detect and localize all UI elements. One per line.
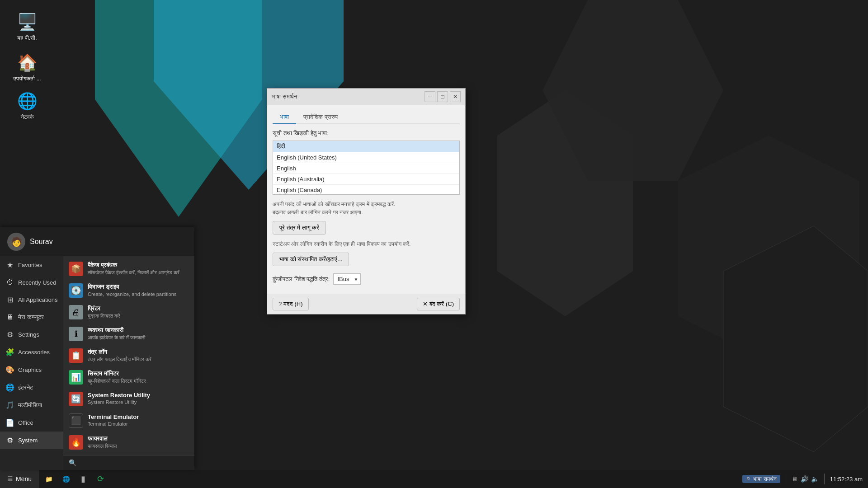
desktop-icon-user[interactable]: 🏠 उपयोगकर्ता ...: [9, 50, 45, 84]
sidebar-item-office[interactable]: 📄 Office: [0, 414, 63, 432]
sidebar-item-internet[interactable]: 🌐 इंटरनेट: [0, 379, 63, 396]
app-name: सिस्टम मॉनिटर: [88, 370, 146, 377]
sidebar-item-settings[interactable]: ⚙ Settings: [0, 326, 63, 343]
keyboard-label: कुंजीपटल निवेश पद्धति तंत्र:: [273, 276, 330, 283]
sidebar-item-accessories[interactable]: 🧩 Accessories: [0, 343, 63, 361]
taskbar-right: 🏳 भाषा समर्थन 🖥 🔊 🔈 11:52:23 am: [742, 474, 868, 484]
app-desc: Terminal Emulator: [88, 421, 139, 427]
list-item[interactable]: 🔥 फायरवाल फायरवाल विन्यास: [63, 432, 194, 453]
start-menu-body: ★ Favorites ⏱ Recently Used ⊞ All Applic…: [0, 256, 194, 470]
internet-icon: 🌐: [5, 383, 14, 392]
browser-icon: 🌐: [62, 476, 70, 483]
keyboard-select-wrapper: IBus: [333, 273, 361, 285]
sidebar-item-multimedia[interactable]: 🎵 मल्टीमीडिया: [0, 396, 63, 414]
taskbar-time-divider: [824, 474, 825, 484]
list-item[interactable]: ℹ व्यवस्था जानकारी आपके हार्डवेयर के बार…: [63, 323, 194, 345]
list-item[interactable]: 📋 तंत्र लॉग तंत्र लॉग फाइल दिखाएँ व मॉनि…: [63, 345, 194, 366]
svg-marker-1: [95, 0, 262, 217]
lang-item-english-au[interactable]: English (Australia): [273, 174, 459, 185]
app-info: System Restore Utility System Restore Ut…: [88, 392, 150, 405]
app-desc: आपके हार्डवेयर के बारे में जानकारी: [88, 335, 145, 341]
files-icon: 📁: [45, 476, 53, 483]
tab-language[interactable]: भाषा: [273, 111, 296, 124]
app-name: प्रिंटर: [88, 305, 120, 312]
sidebar-item-favorites-label: Favorites: [18, 262, 42, 268]
maximize-button[interactable]: □: [437, 91, 448, 102]
lang-label: भाषा समर्थन: [753, 476, 776, 482]
minimize-button[interactable]: ─: [425, 91, 435, 102]
svg-marker-6: [723, 226, 868, 452]
sound-tray-icon[interactable]: 🔊: [801, 475, 808, 483]
lang-item-hindi[interactable]: हिंदी: [273, 141, 459, 152]
language-list[interactable]: हिंदी English (United States) English En…: [273, 141, 460, 195]
package-manager-icon: 📦: [69, 262, 83, 276]
apply-all-button[interactable]: पूरे तंत्र में लागू करें: [273, 221, 326, 235]
app-info: पैकेज प्रबंधक सॉफ्टवेयर पैकेज इंस्टॉल कर…: [88, 262, 179, 276]
sidebar-item-favorites[interactable]: ★ Favorites: [0, 256, 63, 274]
install-remove-button[interactable]: भाषा को संस्थापित करें/हटाएं...: [273, 253, 349, 266]
taskbar: ☰ Menu 📁 🌐 ▮ ⟳ 🏳 भाषा समर्थन: [0, 470, 868, 488]
list-item[interactable]: 🖨 प्रिंटर मुद्रक विन्यस्त करें: [63, 301, 194, 323]
list-item[interactable]: 📦 पैकेज प्रबंधक सॉफ्टवेयर पैकेज इंस्टॉल …: [63, 258, 194, 280]
sidebar-item-accessories-label: Accessories: [18, 349, 50, 356]
close-button[interactable]: ✕: [450, 91, 461, 102]
desktop-icon-this-pc[interactable]: 🖥️ यह पी.सी.: [9, 9, 45, 43]
lang-item-english-us[interactable]: English (United States): [273, 152, 459, 163]
system-tray: 🖥 🔊 🔈: [792, 475, 819, 483]
lang-indicator[interactable]: 🏳 भाषा समर्थन: [742, 475, 780, 483]
desktop-icon-network[interactable]: 🌐 नेटवर्क: [9, 88, 45, 122]
system-info-icon: ℹ: [69, 327, 83, 341]
dialog-footer: ? मदद (H) ✕ बंद करें (C): [267, 294, 465, 314]
sidebar-item-my-computer[interactable]: 🖥 मेरा कम्प्यूटर: [0, 309, 63, 326]
taskbar-browser-btn[interactable]: 🌐: [58, 471, 74, 487]
this-pc-icon: 🖥️: [16, 11, 38, 33]
tab-regional[interactable]: प्रादेशिक प्रारुप: [296, 111, 345, 124]
settings-icon: ⚙: [5, 330, 14, 339]
app-desc: Create, reorganize, and delete partition…: [88, 291, 176, 297]
app-info: सिस्टम मॉनिटर बहु-विशेषताओं वाला सिस्टम …: [88, 370, 146, 384]
list-item[interactable]: 📊 सिस्टम मॉनिटर बहु-विशेषताओं वाला सिस्ट…: [63, 366, 194, 388]
network-tray-icon[interactable]: 🖥: [792, 475, 798, 483]
app-info: तंत्र लॉग तंत्र लॉग फाइल दिखाएँ व मॉनिटर…: [88, 348, 151, 362]
app-name: फायरवाल: [88, 435, 117, 442]
app-list: 📦 पैकेज प्रबंधक सॉफ्टवेयर पैकेज इंस्टॉल …: [63, 256, 194, 455]
list-item[interactable]: ⬛ Terminal Emulator Terminal Emulator: [63, 410, 194, 432]
taskbar-update-btn[interactable]: ⟳: [92, 471, 108, 487]
sidebar-item-recently-used[interactable]: ⏱ Recently Used: [0, 274, 63, 291]
taskbar-files-btn[interactable]: 📁: [41, 471, 57, 487]
search-input[interactable]: [79, 459, 189, 466]
sidebar-item-my-computer-label: मेरा कम्प्यूटर: [18, 314, 44, 321]
list-item[interactable]: 💽 विभाजन ड्राइव Create, reorganize, and …: [63, 280, 194, 301]
sidebar-item-internet-label: इंटरनेट: [18, 384, 33, 391]
sidebar-item-all-applications[interactable]: ⊞ All Applications: [0, 291, 63, 309]
lang-item-english[interactable]: English: [273, 163, 459, 174]
lang-item-english-ca[interactable]: English (Canada): [273, 185, 459, 195]
start-menu: 🧑 Sourav ★ Favorites ⏱ Recently Used ⊞ A…: [0, 227, 194, 470]
list-item[interactable]: 🔄 System Restore Utility System Restore …: [63, 388, 194, 410]
dialog-controls: ─ □ ✕: [425, 91, 461, 102]
app-info: फायरवाल फायरवाल विन्यास: [88, 435, 117, 449]
taskbar-terminal-btn[interactable]: ▮: [75, 471, 91, 487]
dialog-body: भाषा प्रादेशिक प्रारुप सूची तथा खिड़की ह…: [267, 105, 465, 294]
svg-marker-3: [497, 90, 633, 316]
keyboard-select[interactable]: IBus: [333, 273, 361, 285]
section-label: सूची तथा खिड़की हेतु भाषा:: [273, 130, 460, 137]
close-dialog-button[interactable]: ✕ बंद करें (C): [417, 298, 460, 310]
help-button[interactable]: ? मदद (H): [273, 298, 309, 310]
user-folder-icon: 🏠: [16, 52, 38, 74]
sidebar-item-graphics[interactable]: 🎨 Graphics: [0, 361, 63, 379]
app-desc: तंत्र लॉग फाइल दिखाएँ व मॉनिटर करें: [88, 357, 151, 362]
svg-marker-5: [678, 136, 859, 361]
app-info: प्रिंटर मुद्रक विन्यस्त करें: [88, 305, 120, 319]
language-support-dialog: भाषा समर्थन ─ □ ✕ भाषा प्रादेशिक प्रारुप…: [267, 88, 466, 314]
app-desc: फायरवाल विन्यास: [88, 443, 117, 449]
app-name: System Restore Utility: [88, 392, 150, 399]
sidebar-item-recently-label: Recently Used: [18, 279, 57, 286]
apply-info-text: स्टार्टअप और लॉगिन स्क्रीन के लिए एक ही …: [273, 240, 460, 248]
volume-icon[interactable]: 🔈: [811, 475, 819, 483]
start-menu-content: 📦 पैकेज प्रबंधक सॉफ्टवेयर पैकेज इंस्टॉल …: [63, 256, 194, 470]
menu-button[interactable]: ☰ Menu: [0, 470, 39, 488]
user-folder-label: उपयोगकर्ता ...: [13, 75, 41, 82]
sidebar-item-system[interactable]: ⚙ System: [0, 432, 63, 449]
firewall-icon: 🔥: [69, 435, 83, 450]
